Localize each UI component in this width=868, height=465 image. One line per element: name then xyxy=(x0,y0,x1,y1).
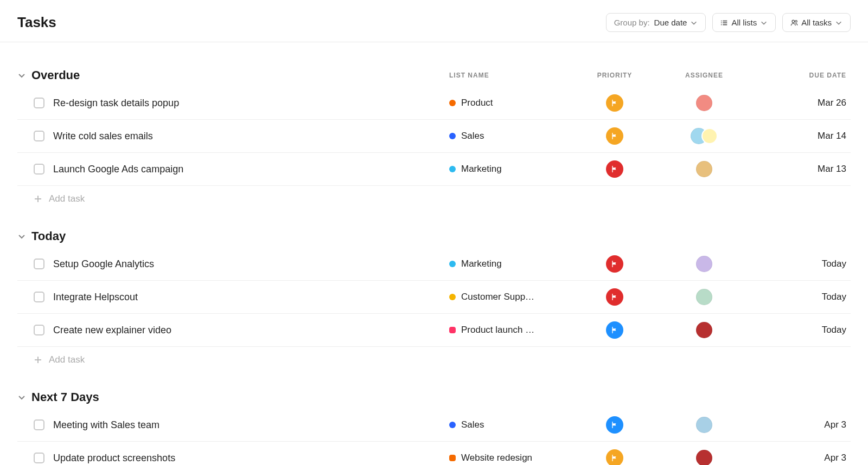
group-title: Today xyxy=(31,229,66,243)
task-title-wrap: Create new explainer video xyxy=(34,325,449,336)
task-row[interactable]: Setup Google AnalyticsMarketingToday xyxy=(17,248,851,281)
task-due-date[interactable]: Today xyxy=(753,259,851,269)
task-checkbox[interactable] xyxy=(34,259,44,269)
task-due-date[interactable]: Today xyxy=(753,325,851,335)
task-priority[interactable] xyxy=(574,94,655,112)
task-priority[interactable] xyxy=(574,416,655,434)
task-checkbox[interactable] xyxy=(34,292,44,302)
chevron-down-icon xyxy=(835,19,843,27)
task-due-date[interactable]: Today xyxy=(753,292,851,302)
group-by-label: Group by: xyxy=(614,18,650,27)
task-due-date[interactable]: Apr 3 xyxy=(753,453,851,463)
task-assignee[interactable] xyxy=(655,161,753,177)
avatar xyxy=(696,322,712,338)
tasks-filter-dropdown[interactable]: All tasks xyxy=(782,13,851,32)
avatar xyxy=(696,95,712,111)
group-toggle[interactable]: Today xyxy=(17,229,449,243)
header-controls: Group by: Due date All lists All tasks xyxy=(606,13,851,32)
task-checkbox[interactable] xyxy=(34,98,44,108)
task-assignee[interactable] xyxy=(655,450,753,465)
column-header-assignee: ASSIGNEE xyxy=(655,72,753,79)
task-row[interactable]: Update product screenshotsWebsite redesi… xyxy=(17,442,851,465)
task-assignee[interactable] xyxy=(655,322,753,338)
task-title: Create new explainer video xyxy=(53,325,171,336)
list-color-dot xyxy=(449,455,456,461)
task-list[interactable]: Sales xyxy=(449,419,574,430)
task-priority[interactable] xyxy=(574,160,655,178)
task-list[interactable]: Marketing xyxy=(449,259,574,269)
task-list[interactable]: Product launch … xyxy=(449,325,574,335)
task-due-date[interactable]: Mar 26 xyxy=(753,98,851,108)
task-priority[interactable] xyxy=(574,127,655,145)
task-checkbox[interactable] xyxy=(34,131,44,141)
add-task-button[interactable]: Add task xyxy=(17,347,851,373)
task-due-date[interactable]: Mar 14 xyxy=(753,131,851,141)
avatar xyxy=(696,289,712,305)
chevron-down-icon xyxy=(17,232,26,241)
task-due-date[interactable]: Apr 3 xyxy=(753,419,851,430)
task-row[interactable]: Write cold sales emailsSalesMar 14 xyxy=(17,120,851,153)
group-toggle[interactable]: Next 7 Days xyxy=(17,390,449,404)
task-title-wrap: Re-design task details popup xyxy=(34,98,449,109)
task-priority[interactable] xyxy=(574,449,655,465)
task-list[interactable]: Marketing xyxy=(449,164,574,175)
group-toggle[interactable]: Overdue xyxy=(17,68,449,82)
page-title: Tasks xyxy=(17,14,56,31)
task-group: Next 7 DaysMeeting with Sales teamSalesA… xyxy=(17,386,851,465)
task-priority[interactable] xyxy=(574,288,655,306)
group-header: Today xyxy=(17,225,851,248)
task-list-name: Product launch … xyxy=(461,325,534,335)
page-header: Tasks Group by: Due date All lists All t… xyxy=(0,0,868,42)
task-assignee[interactable] xyxy=(655,128,753,144)
task-list-name: Sales xyxy=(461,419,484,430)
group-header: OverdueLIST NAMEPRIORITYASSIGNEEDUE DATE xyxy=(17,64,851,87)
plus-icon xyxy=(34,195,42,203)
group-title: Next 7 Days xyxy=(31,390,99,404)
task-row[interactable]: Integrate HelpscoutCustomer Supp…Today xyxy=(17,281,851,314)
task-list-name: Website redesign xyxy=(461,453,532,463)
task-list[interactable]: Product xyxy=(449,98,574,108)
task-assignee[interactable] xyxy=(655,417,753,433)
task-assignee[interactable] xyxy=(655,95,753,111)
group-by-dropdown[interactable]: Group by: Due date xyxy=(606,13,706,32)
task-row[interactable]: Launch Google Ads campaignMarketingMar 1… xyxy=(17,153,851,186)
task-list-name: Sales xyxy=(461,131,484,141)
group-header: Next 7 Days xyxy=(17,386,851,409)
task-group: OverdueLIST NAMEPRIORITYASSIGNEEDUE DATE… xyxy=(17,64,851,212)
task-list[interactable]: Website redesign xyxy=(449,453,574,463)
plus-icon xyxy=(34,356,42,364)
task-list[interactable]: Sales xyxy=(449,131,574,141)
task-due-date[interactable]: Mar 13 xyxy=(753,164,851,175)
task-title-wrap: Integrate Helpscout xyxy=(34,292,449,303)
task-group: TodaySetup Google AnalyticsMarketingToda… xyxy=(17,225,851,373)
avatar xyxy=(696,417,712,433)
task-priority[interactable] xyxy=(574,255,655,273)
flag-icon xyxy=(606,321,623,339)
add-task-button[interactable]: Add task xyxy=(17,186,851,212)
task-title-wrap: Meeting with Sales team xyxy=(34,419,449,431)
task-assignee[interactable] xyxy=(655,289,753,305)
column-header-priority: PRIORITY xyxy=(574,72,655,79)
chevron-down-icon xyxy=(690,19,698,27)
flag-icon xyxy=(606,416,623,434)
lists-filter-dropdown[interactable]: All lists xyxy=(712,13,776,32)
flag-icon xyxy=(606,288,623,306)
flag-icon xyxy=(606,94,623,112)
avatar xyxy=(701,128,718,144)
task-checkbox[interactable] xyxy=(34,325,44,335)
task-row[interactable]: Create new explainer videoProduct launch… xyxy=(17,314,851,347)
task-list[interactable]: Customer Supp… xyxy=(449,292,574,302)
task-row[interactable]: Meeting with Sales teamSalesApr 3 xyxy=(17,409,851,442)
task-title-wrap: Setup Google Analytics xyxy=(34,259,449,270)
list-color-dot xyxy=(449,100,456,106)
task-checkbox[interactable] xyxy=(34,164,44,175)
task-checkbox[interactable] xyxy=(34,453,44,463)
column-header-due: DUE DATE xyxy=(753,72,851,79)
svg-point-4 xyxy=(795,20,797,22)
chevron-down-icon xyxy=(760,19,768,27)
task-checkbox[interactable] xyxy=(34,419,44,430)
task-priority[interactable] xyxy=(574,321,655,339)
task-assignee[interactable] xyxy=(655,256,753,272)
task-row[interactable]: Re-design task details popupProductMar 2… xyxy=(17,87,851,120)
add-task-label: Add task xyxy=(49,193,85,204)
